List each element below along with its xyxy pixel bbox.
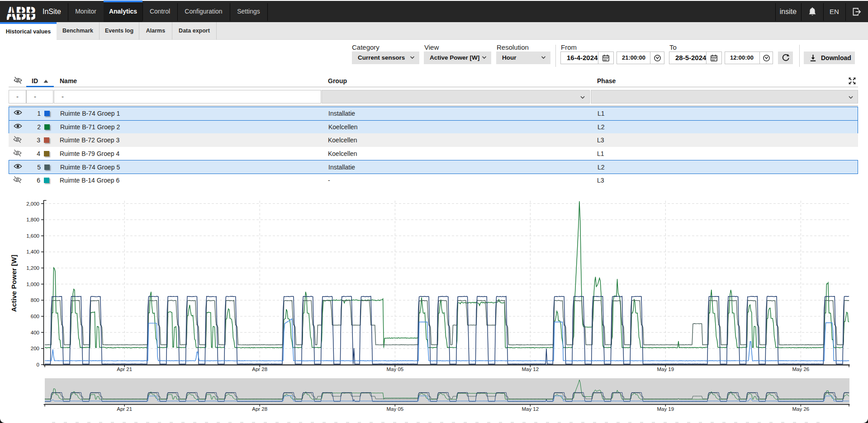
svg-text:0: 0 bbox=[37, 362, 39, 367]
svg-text:400: 400 bbox=[31, 330, 39, 335]
svg-text:May 05: May 05 bbox=[386, 406, 403, 412]
svg-text:600: 600 bbox=[31, 314, 39, 319]
svg-text:800: 800 bbox=[31, 297, 39, 303]
svg-text:Apr 28: Apr 28 bbox=[252, 367, 267, 372]
svg-text:1,000: 1,000 bbox=[26, 282, 39, 287]
svg-text:May 12: May 12 bbox=[522, 406, 539, 412]
svg-text:1,800: 1,800 bbox=[26, 217, 39, 222]
svg-text:1,600: 1,600 bbox=[26, 233, 39, 239]
svg-text:May 05: May 05 bbox=[386, 367, 403, 372]
svg-text:Apr 21: Apr 21 bbox=[117, 406, 132, 412]
svg-text:1,200: 1,200 bbox=[26, 265, 39, 271]
svg-text:Active Power [W]: Active Power [W] bbox=[10, 255, 18, 312]
svg-text:May 26: May 26 bbox=[792, 367, 810, 372]
svg-text:May 19: May 19 bbox=[657, 367, 674, 372]
svg-text:May 12: May 12 bbox=[522, 367, 539, 372]
svg-text:1,400: 1,400 bbox=[26, 249, 39, 254]
svg-text:2,000: 2,000 bbox=[26, 201, 39, 207]
svg-text:200: 200 bbox=[31, 346, 39, 351]
svg-text:May 19: May 19 bbox=[657, 406, 674, 412]
svg-text:Apr 21: Apr 21 bbox=[117, 367, 132, 372]
svg-text:May 26: May 26 bbox=[792, 406, 810, 412]
svg-text:Apr 28: Apr 28 bbox=[252, 406, 267, 412]
